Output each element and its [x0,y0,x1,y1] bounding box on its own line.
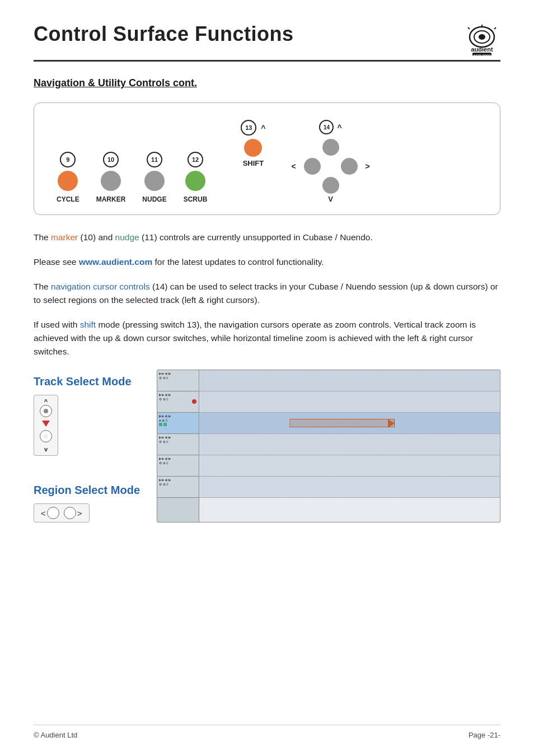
right-nav-circle[interactable] [64,507,76,519]
page-footer: © Audient Ltd Page -21- [34,725,500,739]
track-header-2: ▶■ ◀ ▶ ⚙ ⊕ ≡ [157,391,199,413]
controls-row: 9 CYCLE 10 MARKER 11 NUDGE [57,120,477,203]
page-number: Page -21- [469,731,500,739]
nav-left-button[interactable] [304,158,321,175]
left-nav-circle[interactable] [47,507,59,519]
controls-diagram: 9 CYCLE 10 MARKER 11 NUDGE [34,102,500,215]
para4: If used with shift mode (pressing switch… [34,318,500,358]
left-nav-group: < [41,507,59,519]
region-select-title: Region Select Mode [34,484,146,497]
up-control-group: ^ [40,398,52,417]
track-select-mode: Track Select Mode ^ [34,375,146,456]
scrub-button[interactable] [185,171,205,191]
cycle-number: 9 [60,152,76,167]
nav-middle-row: < > [288,158,373,175]
svg-line-5 [494,27,496,29]
para1: The marker (10) and nudge (11) controls … [34,231,500,244]
track-header-4: ▶■ ◀ ▶ ⚙ ⊕ ≡ [157,434,199,455]
track-content-2 [199,391,500,413]
track-header-1: ▶■ ◀ ▶ ⚙ ⊕ ≡ [157,370,199,391]
track-header-5: ▶■ ◀ ▶ ⚙ ⊕ ≡ [157,455,199,477]
scrub-number: 12 [188,152,203,167]
nav14-header: 14 ^ [319,120,341,136]
nav-up-button[interactable] [322,139,339,156]
right-nav-group: > [64,507,82,519]
scrub-label: SCRUB [184,195,208,203]
audient-logo: audient ASP 2802 [464,25,500,55]
shift-label: SHIFT [243,159,264,167]
track-content-5 [199,455,500,477]
nudge-label: NUDGE [142,195,166,203]
shift-button[interactable] [244,139,262,157]
nav-right-button[interactable] [341,158,358,175]
track-header-6: ▶■ ◀ ▶ ⚙ ⊕ ≡ [157,477,199,498]
track-select-title: Track Select Mode [34,375,146,388]
svg-text:audient: audient [471,46,493,53]
region-select-controls: < > [34,503,146,522]
daw-left-panel: ▶■ ◀ ▶ ⚙ ⊕ ≡ ▶■ ◀ ▶ ⚙ ⊕ ≡ ▶■ ◀ ▶ ● ⊕ ≡ [157,370,199,522]
marker-control: 10 MARKER [96,152,126,203]
right-controls: 13 ^ SHIFT 14 ^ [241,120,373,203]
track-select-controls: ^ v [34,395,146,456]
track-content-1 [199,370,500,391]
website-link[interactable]: www.audient.com [79,257,152,267]
selection-region [289,419,395,427]
up-caret: ^ [44,398,48,405]
down-dot [44,434,48,438]
para2: Please see www.audient.com for the lates… [34,255,500,269]
svg-point-2 [479,34,485,40]
svg-line-4 [468,27,470,29]
right-bracket: > [77,508,82,518]
cycle-button[interactable] [58,171,78,191]
section-title: Navigation & Utility Controls cont. [34,77,500,89]
marker-label: MARKER [96,195,126,203]
nav-down-button[interactable] [322,177,339,194]
marker-number: 10 [103,152,119,167]
cycle-control: 9 CYCLE [57,152,79,203]
up-dot [44,409,48,413]
svg-text:ASP 2802: ASP 2802 [473,54,491,55]
marker-highlight: marker [51,232,78,242]
track-select-buttons: ^ v [34,395,58,456]
nav-number: 14 [319,120,334,134]
down-arrow [42,421,50,427]
nav-right-label: > [362,162,373,171]
nav-cursor-highlight: navigation cursor controls [51,282,150,291]
nudge-button[interactable] [144,171,165,191]
daw-inner: ▶■ ◀ ▶ ⚙ ⊕ ≡ ▶■ ◀ ▶ ⚙ ⊕ ≡ ▶■ ◀ ▶ ● ⊕ ≡ [157,370,500,522]
down-circle-btn[interactable] [40,430,52,442]
nav-cross: 14 ^ < > V [288,120,373,203]
shift-caret: ^ [261,124,265,133]
nudge-highlight: nudge [115,232,139,242]
mode-spacer [34,456,146,484]
page-header: Control Surface Functions audient ASP 28… [34,22,500,62]
track-header-3: ▶■ ◀ ▶ ● ⊕ ≡ [157,413,199,434]
shift-highlight: shift [80,320,96,329]
nav-left-label: < [288,162,299,171]
left-bracket: < [41,508,46,518]
shift-group: 13 ^ SHIFT [241,120,265,167]
nav-up-label: ^ [337,123,341,132]
track-content-3 [199,413,500,434]
left-controls: 9 CYCLE 10 MARKER 11 NUDGE [57,152,207,203]
para3: The navigation cursor controls (14) can … [34,280,500,307]
selection-arrow [388,419,395,428]
track-content-6 [199,477,500,498]
bottom-section: Track Select Mode ^ [34,370,500,522]
region-select-mode: Region Select Mode < > [34,484,146,522]
cycle-label: CYCLE [57,195,79,203]
down-caret: v [44,446,48,452]
copyright: © Audient Ltd [34,731,77,739]
track-content-4 [199,434,500,455]
page-title: Control Surface Functions [34,22,294,46]
nav-down-label: V [328,195,333,203]
shift-number: 13 [241,120,256,136]
up-circle-btn[interactable] [40,405,52,417]
scrub-control: 12 SCRUB [184,152,208,203]
logo-area: audient ASP 2802 [464,25,500,55]
marker-button[interactable] [101,171,121,191]
region-select-buttons: < > [34,503,90,522]
nudge-number: 11 [147,152,162,167]
daw-right-panel [199,370,500,522]
daw-screenshot: ▶■ ◀ ▶ ⚙ ⊕ ≡ ▶■ ◀ ▶ ⚙ ⊕ ≡ ▶■ ◀ ▶ ● ⊕ ≡ [157,370,500,522]
